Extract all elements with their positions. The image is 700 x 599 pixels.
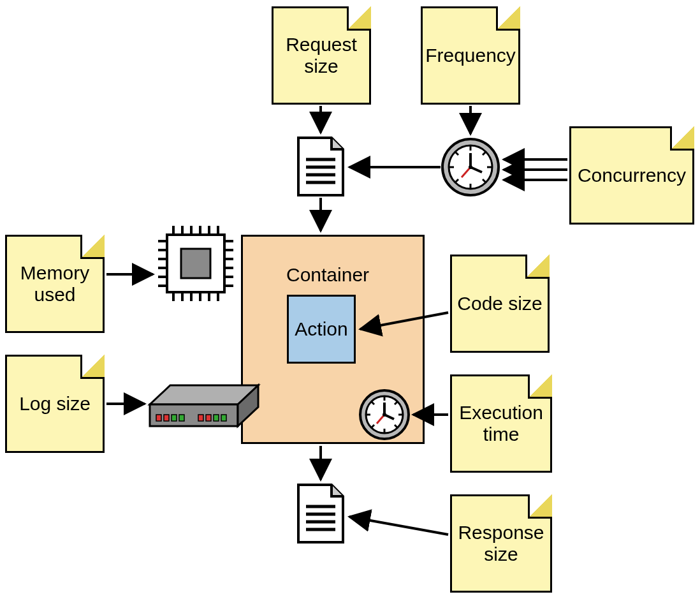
svg-rect-62: [198, 415, 203, 421]
document-icon: [298, 138, 343, 195]
svg-point-17: [469, 165, 472, 169]
svg-rect-65: [221, 415, 226, 421]
arrow-response-to-doc: [349, 517, 448, 535]
clock-icon-top: [442, 139, 499, 195]
svg-rect-64: [214, 415, 219, 421]
clock-icon-container: [360, 390, 409, 439]
arrow-code-to-action: [360, 313, 448, 329]
cpu-icon: [158, 226, 233, 301]
document-icon-bottom: [298, 485, 343, 542]
svg-rect-59: [164, 415, 169, 421]
svg-rect-61: [179, 415, 184, 421]
svg-rect-58: [156, 415, 161, 421]
svg-rect-33: [181, 249, 210, 278]
svg-point-31: [383, 413, 386, 417]
svg-rect-63: [206, 415, 211, 421]
svg-rect-60: [171, 415, 177, 421]
server-icon: [150, 385, 258, 426]
